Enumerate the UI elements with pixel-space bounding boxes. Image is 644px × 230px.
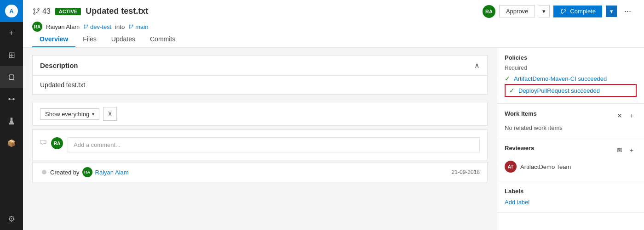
filter-label: Show everything — [45, 111, 89, 118]
sidebar-icon-plus[interactable]: + — [0, 22, 23, 44]
nav-tabs: Overview Files Updates Commits — [32, 32, 635, 47]
svg-point-11 — [87, 25, 88, 26]
timeline-author-avatar: RA — [82, 167, 92, 177]
description-card-header: Description ∧ — [33, 56, 487, 76]
funnel-icon: ⊻ — [108, 110, 112, 118]
show-filter-dropdown[interactable]: Show everything ▾ — [40, 108, 99, 120]
boards-icon: ⊞ — [8, 50, 15, 60]
add-label-link[interactable]: Add label — [505, 199, 529, 206]
header-right: RA Approve ▾ Complete — [483, 5, 635, 18]
sidebar: A + ⊞ 📦 ⚙ — [0, 0, 23, 230]
policies-title: Policies — [505, 54, 637, 61]
policy-item-1: ✓ ArtifactDemo-Maven-CI succeeded — [505, 74, 637, 83]
approve-dropdown-button[interactable]: ▾ — [539, 5, 550, 17]
policies-section: Policies Required ✓ ArtifactDemo-Maven-C… — [497, 48, 644, 104]
complete-button[interactable]: Complete — [553, 6, 602, 17]
comment-input-field[interactable]: Add a comment... — [68, 137, 480, 152]
complete-label: Complete — [570, 8, 596, 15]
body-layout: Description ∧ Updated test.txt Show ever… — [23, 48, 644, 230]
sidebar-icon-repos[interactable] — [0, 66, 23, 88]
svg-point-13 — [129, 28, 130, 28]
main-panel: Description ∧ Updated test.txt Show ever… — [23, 48, 497, 230]
sidebar-icon-settings[interactable]: ⚙ — [0, 208, 23, 230]
policy-link-1[interactable]: ArtifactDemo-Maven-CI succeeded — [514, 75, 607, 82]
description-collapse-button[interactable]: ∧ — [474, 61, 480, 70]
check-icon-1: ✓ — [505, 75, 510, 82]
work-items-add-button[interactable]: + — [627, 111, 637, 121]
sidebar-icon-boards[interactable]: ⊞ — [0, 44, 23, 66]
timeline-date: 21-09-2018 — [452, 169, 480, 175]
test-icon — [7, 117, 16, 125]
created-by-label: Created by — [50, 169, 80, 176]
work-items-header: Work Items ✕ + — [505, 110, 637, 121]
reviewers-add-button[interactable]: + — [627, 145, 637, 155]
reviewers-title: Reviewers — [505, 145, 534, 151]
branch-to-label: main — [135, 23, 148, 30]
complete-dropdown-button[interactable]: ▾ — [606, 6, 617, 17]
repos-icon — [7, 73, 16, 81]
filter-icon-button[interactable]: ⊻ — [103, 107, 117, 121]
timeline-item: Created by RA Raiyan Alam 21-09-2018 — [32, 162, 488, 182]
svg-point-14 — [132, 25, 133, 26]
tab-updates[interactable]: Updates — [104, 32, 143, 47]
work-items-title: Work Items — [505, 110, 537, 117]
reviewers-actions: ✉ + — [615, 145, 637, 155]
collapse-icon: ∧ — [474, 62, 480, 69]
work-items-remove-button[interactable]: ✕ — [615, 111, 625, 121]
svg-rect-2 — [11, 99, 13, 99]
timeline-author-link[interactable]: Raiyan Alam — [95, 169, 129, 176]
branch-from-link[interactable]: dev-test — [83, 23, 111, 30]
svg-point-4 — [34, 12, 35, 14]
tab-overview[interactable]: Overview — [32, 32, 75, 47]
approve-label: Approve — [506, 8, 528, 15]
description-card: Description ∧ Updated test.txt — [32, 55, 488, 95]
labels-title: Labels — [505, 188, 637, 195]
right-panel: Policies Required ✓ ArtifactDemo-Maven-C… — [497, 48, 644, 230]
author-avatar-small: RA — [32, 22, 42, 32]
main-content: 43 ACTIVE Updated test.txt RA Approve ▾ — [23, 0, 644, 230]
pr-number: 43 — [42, 7, 51, 16]
plus-icon: + — [9, 28, 14, 38]
comment-placeholder: Add a comment... — [74, 141, 121, 148]
branch-to-icon — [128, 24, 134, 29]
check-icon-2: ✓ — [509, 87, 515, 94]
header-left: 43 ACTIVE Updated test.txt — [32, 6, 148, 16]
filter-chevron-icon: ▾ — [92, 112, 94, 117]
branch-from-label: dev-test — [90, 23, 111, 30]
svg-point-5 — [38, 8, 39, 10]
branch-to-link[interactable]: main — [128, 23, 148, 30]
more-options-button[interactable]: ··· — [621, 5, 635, 18]
pr-title: Updated test.txt — [86, 6, 148, 16]
sidebar-icon-test[interactable] — [0, 110, 23, 132]
filter-bar: Show everything ▾ ⊻ — [32, 102, 488, 126]
policy-link-2[interactable]: DeployPullRequest succeeded — [518, 87, 600, 94]
branch-from-icon — [83, 24, 89, 29]
sidebar-icon-pipelines[interactable] — [0, 88, 23, 110]
reviewer-avatar: RA — [483, 5, 495, 18]
active-badge: ACTIVE — [55, 8, 81, 15]
user-avatar-top[interactable]: A — [5, 5, 18, 17]
reviewer-avatar: AT — [505, 161, 517, 173]
work-items-section: Work Items ✕ + No related work items — [497, 104, 644, 138]
svg-point-7 — [561, 12, 563, 14]
timeline-author-name: Raiyan Alam — [95, 169, 129, 176]
settings-icon: ⚙ — [8, 214, 15, 224]
pull-request-icon — [32, 7, 40, 16]
complete-chevron-icon: ▾ — [610, 8, 613, 15]
ellipsis-icon: ··· — [624, 6, 631, 16]
reply-icon — [40, 139, 46, 146]
tab-files[interactable]: Files — [75, 32, 104, 47]
svg-point-6 — [561, 9, 563, 10]
page-header: 43 ACTIVE Updated test.txt RA Approve ▾ — [23, 0, 644, 48]
pipeline-icon — [7, 95, 16, 103]
reviewers-mail-button[interactable]: ✉ — [615, 145, 625, 155]
sidebar-icon-artifacts[interactable]: 📦 — [0, 132, 23, 154]
tab-commits[interactable]: Commits — [143, 32, 183, 47]
sidebar-top: A — [0, 0, 23, 22]
svg-point-12 — [129, 25, 130, 26]
comment-area: RA Add a comment... — [32, 129, 488, 160]
header-subtitle-row: RA Raiyan Alam dev-test into — [32, 22, 635, 32]
svg-point-8 — [565, 9, 566, 10]
approve-button[interactable]: Approve — [499, 5, 535, 17]
timeline-dot — [42, 170, 46, 174]
